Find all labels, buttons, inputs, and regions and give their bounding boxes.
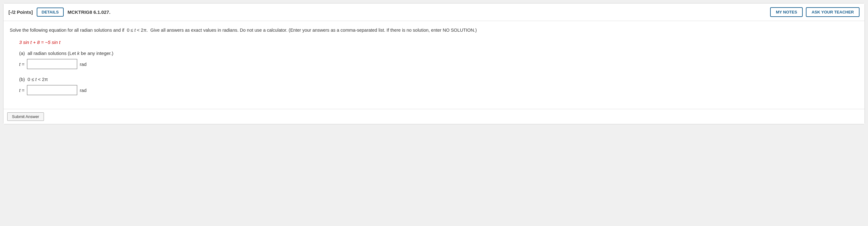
part-a-letter: (a) xyxy=(19,51,25,56)
header-buttons: MY NOTES ASK YOUR TEACHER xyxy=(770,7,860,17)
part-b-answer-row: t = rad xyxy=(19,85,858,95)
problem-id: MCKTRIG8 6.1.027. xyxy=(67,9,770,15)
part-b-label: (b) 0 ≤ t < 2π xyxy=(19,76,858,82)
footer-bar: Submit Answer xyxy=(3,109,865,124)
ask-teacher-button[interactable]: ASK YOUR TEACHER xyxy=(806,7,860,17)
equation-right: −5 sin t xyxy=(45,39,61,45)
part-b-letter: (b) xyxy=(19,76,25,82)
part-b-input[interactable] xyxy=(27,85,77,95)
part-b-var: t = xyxy=(19,88,25,93)
equation-equals: = xyxy=(41,39,45,45)
part-a-unit: rad xyxy=(80,62,87,67)
my-notes-button[interactable]: MY NOTES xyxy=(770,7,803,17)
page-wrapper: [-/2 Points] DETAILS MCKTRIG8 6.1.027. M… xyxy=(0,0,868,127)
problem-instructions: Solve the following equation for all rad… xyxy=(10,27,858,34)
header-bar: [-/2 Points] DETAILS MCKTRIG8 6.1.027. M… xyxy=(3,3,865,21)
details-button[interactable]: DETAILS xyxy=(37,7,64,17)
part-a-input[interactable] xyxy=(27,59,77,69)
part-a-section: (a) all radian solutions (Let k be any i… xyxy=(10,51,858,69)
submit-button[interactable]: Submit Answer xyxy=(7,112,44,121)
equation-left: 3 sin t + 8 xyxy=(19,39,39,45)
part-a-var: t = xyxy=(19,62,25,67)
part-b-unit: rad xyxy=(80,88,87,93)
problem-body: Solve the following equation for all rad… xyxy=(3,21,865,109)
part-a-answer-row: t = rad xyxy=(19,59,858,69)
question-container: [-/2 Points] DETAILS MCKTRIG8 6.1.027. M… xyxy=(3,3,865,124)
equation-line: 3 sin t + 8 = −5 sin t xyxy=(10,39,858,45)
part-b-section: (b) 0 ≤ t < 2π t = rad xyxy=(10,76,858,95)
points-label: [-/2 Points] xyxy=(8,9,33,15)
part-a-label: (a) all radian solutions (Let k be any i… xyxy=(19,51,858,56)
